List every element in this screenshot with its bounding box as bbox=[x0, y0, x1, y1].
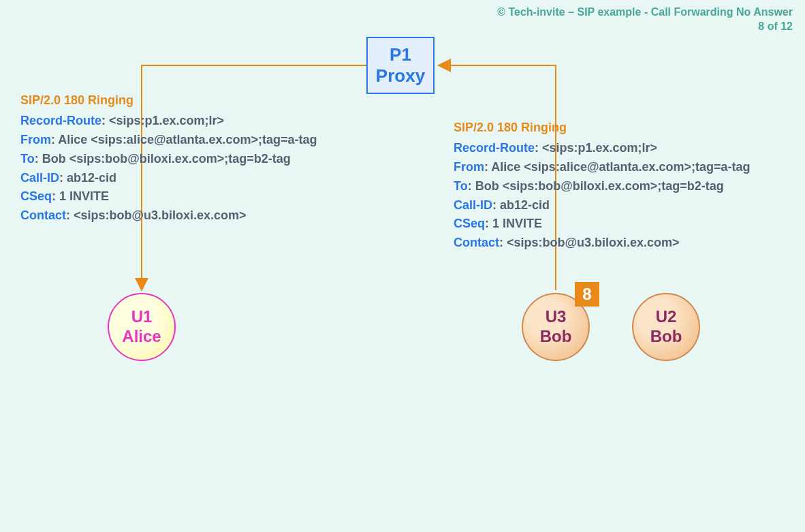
copyright-line2: 8 of 12 bbox=[497, 20, 793, 34]
header-to: To: Bob <sips:bob@biloxi.ex.com>;tag=b2-… bbox=[20, 150, 317, 169]
copyright-line1: © Tech-invite – SIP example - Call Forwa… bbox=[497, 5, 793, 20]
header-contact: Contact: <sips:bob@u3.biloxi.ex.com> bbox=[20, 206, 317, 225]
node-u2-bob: U2 Bob bbox=[632, 293, 700, 361]
header-cseq: CSeq: 1 INVITE bbox=[20, 187, 317, 206]
proxy-label-2: Proxy bbox=[376, 65, 425, 87]
header-record-route: Record-Route: <sips:p1.ex.com;lr> bbox=[454, 139, 751, 158]
header-cseq: CSeq: 1 INVITE bbox=[454, 215, 751, 234]
copyright-notice: © Tech-invite – SIP example - Call Forwa… bbox=[497, 5, 793, 34]
sip-message-right: SIP/2.0 180 Ringing Record-Route: <sips:… bbox=[454, 119, 751, 253]
node-u3-l1: U3 bbox=[546, 307, 567, 327]
proxy-label-1: P1 bbox=[390, 44, 411, 65]
node-alice-l1: U1 bbox=[131, 307, 153, 327]
header-from: From: Alice <sips:alice@atlanta.ex.com>;… bbox=[454, 158, 751, 177]
node-alice-l2: Alice bbox=[122, 327, 161, 347]
header-contact: Contact: <sips:bob@u3.biloxi.ex.com> bbox=[454, 234, 751, 253]
header-from: From: Alice <sips:alice@atlanta.ex.com>;… bbox=[20, 131, 317, 150]
status-line: SIP/2.0 180 Ringing bbox=[454, 119, 751, 138]
header-call-id: Call-ID: ab12-cid bbox=[454, 196, 751, 215]
node-u1-alice: U1 Alice bbox=[108, 293, 176, 361]
header-record-route: Record-Route: <sips:p1.ex.com;lr> bbox=[20, 112, 317, 131]
header-to: To: Bob <sips:bob@biloxi.ex.com>;tag=b2-… bbox=[454, 177, 751, 196]
status-line: SIP/2.0 180 Ringing bbox=[20, 91, 317, 110]
proxy-node: P1 Proxy bbox=[366, 37, 435, 94]
node-u3-l2: Bob bbox=[540, 327, 572, 347]
step-number-badge: 8 bbox=[575, 282, 599, 307]
node-u2-l2: Bob bbox=[650, 327, 682, 347]
header-call-id: Call-ID: ab12-cid bbox=[20, 169, 317, 188]
node-u2-l1: U2 bbox=[656, 307, 677, 327]
sip-message-left: SIP/2.0 180 Ringing Record-Route: <sips:… bbox=[20, 91, 317, 225]
